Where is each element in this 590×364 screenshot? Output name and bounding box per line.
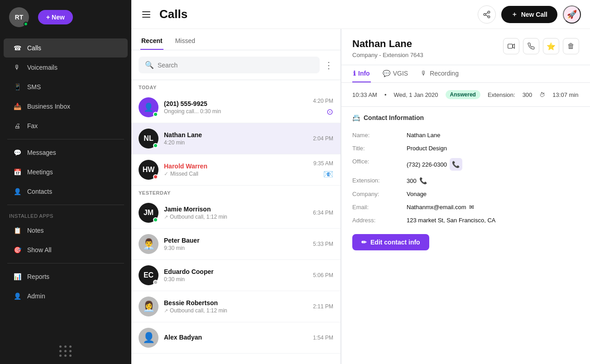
messages-icon: 💬 [13, 148, 22, 157]
sidebar-item-sms[interactable]: 📱 SMS [4, 77, 128, 96]
name-label: Name: [352, 129, 407, 142]
call-name: Alex Badyan [164, 334, 307, 341]
sidebar-item-admin[interactable]: 👤 Admin [4, 287, 128, 306]
contact-table: Name: Nathan Lane Title: Product Design … [352, 129, 579, 227]
call-item[interactable]: NL Nathan Lane 4:20 min 2:04 PM [131, 123, 341, 154]
sidebar-item-label: Contacts [27, 188, 52, 195]
call-item[interactable]: 👩‍💼 Bessie Robertson ↗ Outbound call, 1:… [131, 291, 341, 322]
call-office-button[interactable]: 📞 [450, 158, 462, 171]
delete-button[interactable]: 🗑 [563, 38, 579, 54]
call-item[interactable]: 👨‍💼 Peter Bauer 9:30 min 5:33 PM [131, 229, 341, 260]
sidebar-item-reports[interactable]: 📊 Reports [4, 267, 128, 286]
nav-divider-2 [7, 205, 124, 205]
sidebar-item-calls[interactable]: ☎ Calls [4, 38, 128, 57]
grid-icon[interactable] [59, 345, 72, 357]
call-info: (201) 555-9925 Ongoing call... 0:30 min [164, 100, 307, 115]
rocket-icon: 🚀 [567, 10, 577, 19]
right-section: Calls ＋ New Call 🚀 [131, 0, 590, 364]
table-row: Office: (732) 226-0300 📞 [352, 155, 579, 174]
tab-recent[interactable]: Recent [140, 34, 163, 50]
info-icon: ℹ [353, 70, 355, 77]
new-button[interactable]: + New [38, 10, 73, 24]
call-time: 6:34 PM [313, 210, 333, 216]
sidebar-item-messages[interactable]: 💬 Messages [4, 143, 128, 162]
vgis-icon: 💬 [383, 70, 390, 77]
separator: • [384, 91, 387, 98]
sidebar-item-label: Reports [27, 273, 49, 280]
notes-icon: 📋 [13, 226, 22, 235]
sidebar-header: RT + New [0, 0, 131, 34]
svg-point-2 [488, 16, 490, 18]
online-badge [153, 112, 158, 117]
call-button[interactable] [523, 38, 539, 54]
contact-section: 📇 Contact Information Name: Nathan Lane … [341, 107, 590, 258]
call-item[interactable]: EC Eduardo Cooper 0:30 min 5:06 PM [131, 260, 341, 291]
edit-contact-button[interactable]: ✏ Edit contact info [352, 234, 429, 250]
hamburger-menu[interactable] [140, 10, 152, 19]
contact-card-icon: 📇 [352, 114, 360, 121]
nav-divider-3 [7, 263, 124, 263]
sidebar-item-fax[interactable]: 🖨 Fax [4, 116, 128, 135]
call-info: Bessie Robertson ↗ Outbound call, 1:12 m… [164, 299, 307, 314]
table-row: Extension: 300 📞 [352, 174, 579, 187]
tab-info[interactable]: ℹ Info [352, 65, 371, 82]
extension-value: 300 📞 [407, 174, 579, 187]
sidebar-item-notes[interactable]: 📋 Notes [4, 221, 128, 240]
share-button[interactable] [478, 5, 496, 24]
avatar: HW [139, 160, 158, 180]
call-sub: ✓ Missed Call [164, 171, 308, 177]
search-container: 🔍 [139, 57, 320, 73]
sidebar: RT + New ☎ Calls 🎙 Voicemails 📱 SMS 📥 Bu… [0, 0, 131, 364]
star-button[interactable]: ⭐ [543, 38, 559, 54]
avatar: 👤 [139, 328, 158, 348]
phone-small-icon: 📞 [419, 177, 427, 184]
date-group-yesterday: YESTERDAY [131, 186, 341, 197]
call-item[interactable]: JM Jamie Morrison ↗ Outbound call, 1:12 … [131, 197, 341, 229]
call-sub: ↗ Outbound call, 1:12 min [164, 214, 307, 220]
call-time-col: 2:11 PM [313, 303, 333, 310]
tab-recording[interactable]: 🎙 Recording [420, 65, 460, 82]
call-sub: ↗ Outbound call, 1:12 min [164, 307, 307, 314]
detail-title-block: Nathan Lane Company - Extension 7643 [352, 38, 423, 58]
sidebar-item-label: Voicemails [27, 64, 58, 71]
call-item[interactable]: 👤 Alex Badyan 1:54 PM [131, 322, 341, 354]
video-button[interactable] [503, 38, 519, 54]
call-item[interactable]: 👤 (201) 555-9925 Ongoing call... 0:30 mi… [131, 92, 341, 123]
more-options-icon[interactable]: ⋮ [324, 60, 333, 71]
call-name: Harold Warren [164, 163, 308, 170]
inbox-icon: 📥 [13, 102, 22, 111]
tab-vgis[interactable]: 💬 VGIS [382, 65, 409, 82]
rocket-button[interactable]: 🚀 [563, 5, 581, 24]
installed-apps-label: INSTALLED APPS [0, 209, 131, 220]
call-item[interactable]: HW Harold Warren ✓ Missed Call 9:35 AM [131, 154, 341, 186]
call-name: Peter Bauer [164, 237, 307, 244]
call-list-panel: Recent Missed 🔍 ⋮ TODAY [131, 29, 341, 364]
status-badge [153, 280, 158, 285]
office-label: Office: [352, 155, 407, 174]
sidebar-item-contacts[interactable]: 👤 Contacts [4, 182, 128, 201]
online-indicator [24, 22, 28, 26]
call-info: Eduardo Cooper 0:30 min [164, 268, 307, 283]
avatar: 👤 [139, 97, 158, 117]
search-input[interactable] [158, 62, 313, 69]
call-name: Nathan Lane [164, 131, 307, 139]
sidebar-item-show-all[interactable]: 🎯 Show All [4, 240, 128, 259]
sidebar-item-meetings[interactable]: 📅 Meetings [4, 163, 128, 182]
company-value: Vonage [407, 187, 579, 201]
detail-header: Nathan Lane Company - Extension 7643 [341, 29, 590, 65]
call-tabs: Recent Missed [131, 29, 341, 50]
reports-icon: 📊 [13, 272, 22, 281]
detail-panel: Nathan Lane Company - Extension 7643 [341, 29, 590, 364]
status-badge: Answered [446, 90, 480, 99]
sidebar-item-business-inbox[interactable]: 📥 Business Inbox [4, 97, 128, 116]
tab-missed[interactable]: Missed [174, 34, 196, 50]
call-name: Jamie Morrison [164, 206, 307, 213]
sidebar-item-voicemails[interactable]: 🎙 Voicemails [4, 58, 128, 77]
extension-label: Extension: [352, 174, 407, 187]
call-time-col: 6:34 PM [313, 210, 333, 216]
contacts-icon: 👤 [13, 187, 22, 196]
avatar: NL [139, 129, 158, 148]
email-label: Email: [352, 201, 407, 214]
call-time-col: 2:04 PM [313, 135, 333, 142]
new-call-button[interactable]: ＋ New Call [501, 6, 557, 23]
